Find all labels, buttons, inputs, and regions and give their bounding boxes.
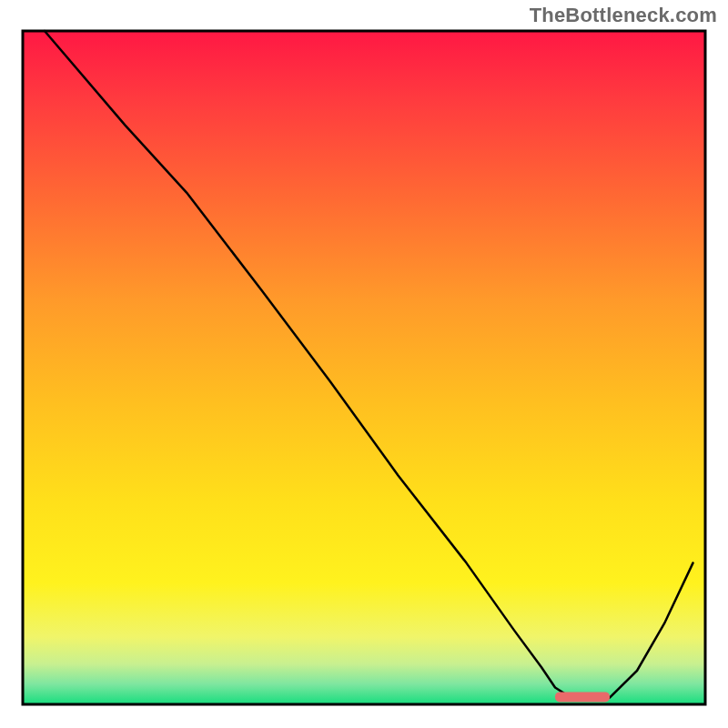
watermark-text: TheBottleneck.com — [530, 4, 717, 27]
optimal-range-marker — [555, 692, 610, 702]
chart-container: TheBottleneck.com — [0, 0, 728, 728]
plot-background — [23, 31, 705, 704]
bottleneck-chart — [0, 0, 728, 728]
